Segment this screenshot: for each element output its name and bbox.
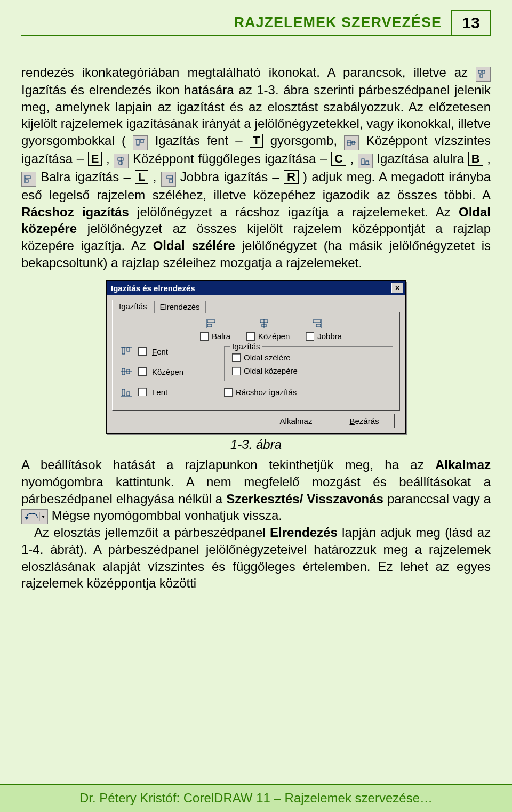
header-bar: RAJZELEMEK SZERVEZÉSE 13: [21, 10, 491, 37]
footer: Dr. Pétery Kristóf: CorelDRAW 11 – Rajze…: [0, 784, 512, 812]
align-top-icon[interactable]: [120, 346, 133, 357]
groupbox-igazitas: Igazítás Oldal szélére Oldal közepére: [224, 346, 393, 381]
row-fent: Fent: [120, 346, 213, 357]
svg-marker-39: [25, 517, 29, 520]
svg-rect-1: [482, 70, 485, 73]
alkalmaz-button[interactable]: Alkalmaz: [266, 414, 326, 428]
check-balra[interactable]: Balra: [200, 332, 230, 341]
tab-elrendezes[interactable]: Elrendezés: [154, 301, 206, 313]
checkbox-icon[interactable]: [232, 367, 241, 375]
check-racshoz[interactable]: Rácshoz igazítás: [224, 388, 393, 397]
check-oldal-szelere[interactable]: Oldal szélére: [232, 353, 386, 362]
svg-rect-9: [118, 158, 123, 160]
label: Oldal közepére: [244, 366, 298, 375]
panel-body: Fent Középen: [120, 346, 393, 403]
text: ,: [106, 151, 114, 166]
checkbox-icon[interactable]: [224, 388, 233, 397]
svg-rect-37: [127, 392, 130, 396]
check-kozepen-top[interactable]: Középen: [246, 332, 290, 341]
svg-rect-21: [207, 320, 215, 323]
left-column: Fent Középen: [120, 346, 213, 403]
row-lent: Lent: [120, 387, 213, 397]
paragraph-1: rendezés ikonkategóriában megtalálható i…: [21, 64, 491, 271]
checkbox-icon[interactable]: [138, 388, 147, 396]
header-title: RAJZELEMEK SZERVEZÉSE: [234, 14, 451, 31]
align-bottom-icon[interactable]: [120, 387, 133, 397]
svg-rect-15: [25, 176, 30, 179]
text: Középpont függőleges igazítása –: [133, 151, 331, 166]
key-r: R: [284, 170, 299, 184]
text: Igazítása alulra: [377, 151, 468, 166]
body-text: rendezés ikonkategóriában megtalálható i…: [21, 64, 491, 271]
bold-alkalmaz: Alkalmaz: [435, 457, 491, 472]
checkbox-icon[interactable]: [138, 367, 147, 376]
svg-rect-27: [313, 320, 321, 323]
figure-caption: 1-3. ábra: [21, 437, 491, 452]
text: Balra igazítás –: [41, 170, 135, 184]
svg-rect-36: [122, 389, 125, 396]
text: Az elosztás jellemzőit a párbeszédpanel: [34, 525, 270, 540]
close-button[interactable]: ×: [391, 283, 403, 293]
text: ,: [487, 151, 491, 166]
dialog-title: Igazítás és elrendezés: [111, 284, 195, 293]
bold-racshoz-igazitas: Rácshoz igazítás: [21, 205, 129, 219]
svg-rect-22: [207, 324, 212, 327]
label: Oldal szélére: [244, 353, 291, 362]
svg-rect-10: [119, 162, 122, 164]
text: jelölőnégyzet a rácshoz igazítja a rajze…: [137, 205, 459, 219]
page: RAJZELEMEK SZERVEZÉSE 13 rendezés ikonka…: [0, 0, 512, 812]
tab-panel: Balra Középen Jobbra: [112, 312, 400, 411]
text: gyorsgomb,: [270, 133, 345, 148]
svg-rect-13: [366, 161, 369, 164]
key-b: B: [468, 152, 483, 166]
svg-rect-3: [137, 140, 139, 145]
undo-dropdown-icon: [21, 509, 48, 524]
dialog-buttons: Alkalmaz Bezárás: [112, 411, 400, 428]
checkbox-icon[interactable]: [306, 332, 314, 341]
align-bottom-icon: [358, 154, 373, 168]
label: Rácshoz igazítás: [236, 388, 297, 397]
align-right-icon[interactable]: [308, 318, 323, 329]
dialog-inner: Igazítás Elrendezés: [107, 295, 405, 433]
top-check-row: Balra Középen Jobbra: [200, 332, 393, 341]
svg-rect-31: [127, 348, 130, 351]
text: A beállítások hatását a rajzlapunkon tek…: [21, 457, 435, 472]
text: paranccsal vagy a: [387, 492, 491, 506]
text: ,: [350, 151, 358, 166]
key-c: C: [331, 152, 346, 166]
text: rendezés ikonkategóriában megtalálható i…: [21, 65, 476, 79]
groupbox-legend: Igazítás: [230, 342, 262, 351]
checkbox-icon[interactable]: [138, 347, 147, 356]
checkbox-icon[interactable]: [232, 353, 241, 362]
align-left-icon: [21, 172, 36, 187]
key-l: L: [135, 170, 148, 184]
svg-rect-2: [480, 75, 483, 77]
check-oldal-kozepere[interactable]: Oldal közepére: [232, 366, 386, 375]
svg-rect-19: [169, 180, 172, 182]
text: Mégse nyomógombbal vonhatjuk vissza.: [52, 508, 282, 522]
text: Jobbra igazítás –: [180, 170, 284, 184]
text: ,: [153, 170, 161, 184]
label: Jobbra: [317, 332, 342, 341]
checkbox-icon[interactable]: [246, 332, 255, 341]
align-left-icon[interactable]: [205, 318, 220, 329]
svg-rect-4: [141, 140, 143, 143]
svg-rect-28: [316, 324, 321, 327]
checkbox-icon[interactable]: [200, 332, 209, 341]
label: Balra: [212, 332, 230, 341]
tab-igazitas[interactable]: Igazítás: [112, 300, 154, 312]
align-center-vertical-icon[interactable]: [257, 318, 271, 329]
align-distribute-icon: [476, 67, 491, 82]
check-jobbra[interactable]: Jobbra: [306, 332, 342, 341]
paragraph-2: A beállítások hatását a rajzlapunkon tek…: [21, 456, 491, 524]
dialog-titlebar: Igazítás és elrendezés ×: [107, 281, 405, 295]
svg-rect-30: [122, 348, 125, 354]
right-column: Igazítás Oldal szélére Oldal közepére: [224, 346, 393, 403]
align-center-vertical-icon: [114, 154, 129, 168]
label: Középen: [152, 367, 183, 376]
align-center-horizontal-icon[interactable]: [120, 366, 133, 377]
tabs: Igazítás Elrendezés: [112, 300, 400, 312]
svg-rect-0: [478, 70, 481, 73]
svg-rect-12: [362, 159, 364, 164]
bezaras-button[interactable]: Bezárás: [334, 414, 395, 428]
